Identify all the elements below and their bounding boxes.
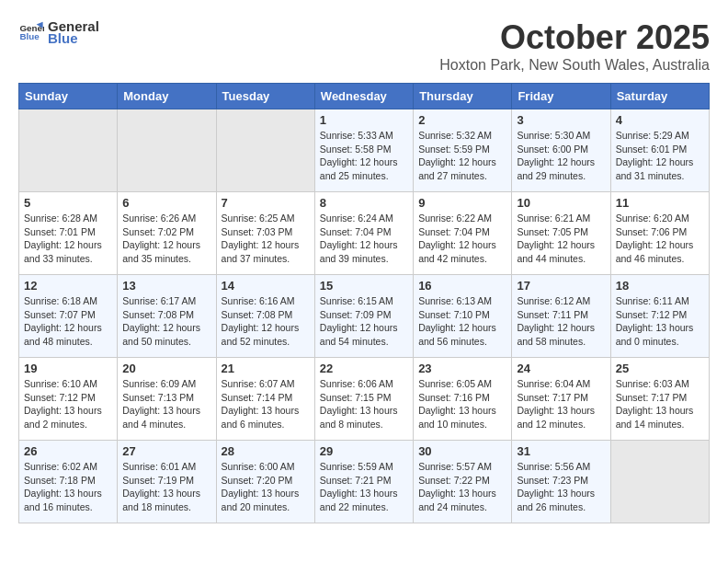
weekday-header-sunday: Sunday (19, 84, 118, 109)
day-number: 21 (222, 362, 310, 375)
day-info: Sunrise: 6:28 AM Sunset: 7:01 PM Dayligh… (24, 212, 112, 266)
weekday-header-monday: Monday (118, 84, 216, 109)
calendar-cell: 2Sunrise: 5:32 AM Sunset: 5:59 PM Daylig… (414, 109, 512, 192)
calendar-cell: 23Sunrise: 6:05 AM Sunset: 7:16 PM Dayli… (414, 358, 512, 441)
calendar-cell: 16Sunrise: 6:13 AM Sunset: 7:10 PM Dayli… (414, 275, 512, 358)
day-info: Sunrise: 6:05 AM Sunset: 7:16 PM Dayligh… (418, 377, 506, 431)
day-info: Sunrise: 6:18 AM Sunset: 7:07 PM Dayligh… (24, 294, 112, 349)
calendar-body: 1Sunrise: 5:33 AM Sunset: 5:58 PM Daylig… (19, 109, 710, 523)
day-number: 11 (616, 196, 704, 210)
day-number: 15 (320, 279, 408, 293)
svg-text:Blue: Blue (19, 31, 40, 41)
day-number: 5 (24, 196, 112, 210)
day-info: Sunrise: 6:12 AM Sunset: 7:11 PM Dayligh… (517, 294, 605, 349)
calendar-cell: 4Sunrise: 5:29 AM Sunset: 6:01 PM Daylig… (610, 109, 709, 192)
day-number: 18 (616, 279, 704, 293)
calendar-week-2: 5Sunrise: 6:28 AM Sunset: 7:01 PM Daylig… (19, 192, 710, 275)
day-info: Sunrise: 5:29 AM Sunset: 6:01 PM Dayligh… (616, 129, 704, 183)
day-info: Sunrise: 6:16 AM Sunset: 7:08 PM Dayligh… (222, 294, 310, 349)
day-number: 4 (616, 113, 704, 127)
weekday-header-friday: Friday (512, 84, 610, 109)
day-info: Sunrise: 6:25 AM Sunset: 7:03 PM Dayligh… (222, 212, 310, 266)
day-number: 16 (418, 279, 506, 293)
day-number: 3 (517, 113, 605, 127)
calendar-cell: 1Sunrise: 5:33 AM Sunset: 5:58 PM Daylig… (314, 109, 413, 192)
day-info: Sunrise: 6:04 AM Sunset: 7:17 PM Dayligh… (517, 377, 605, 431)
day-number: 26 (24, 444, 112, 458)
day-info: Sunrise: 6:03 AM Sunset: 7:17 PM Dayligh… (616, 377, 704, 431)
calendar-week-3: 12Sunrise: 6:18 AM Sunset: 7:07 PM Dayli… (19, 275, 710, 358)
day-number: 8 (320, 196, 408, 210)
day-number: 23 (418, 362, 506, 375)
calendar-cell: 28Sunrise: 6:00 AM Sunset: 7:20 PM Dayli… (216, 441, 314, 523)
day-number: 12 (24, 279, 112, 293)
day-info: Sunrise: 6:00 AM Sunset: 7:20 PM Dayligh… (222, 460, 310, 514)
calendar-cell: 7Sunrise: 6:25 AM Sunset: 7:03 PM Daylig… (216, 192, 314, 275)
day-info: Sunrise: 6:24 AM Sunset: 7:04 PM Dayligh… (320, 212, 408, 266)
weekday-header-thursday: Thursday (414, 84, 512, 109)
calendar-table: SundayMondayTuesdayWednesdayThursdayFrid… (18, 83, 710, 523)
day-info: Sunrise: 5:30 AM Sunset: 6:00 PM Dayligh… (517, 129, 605, 183)
calendar-cell: 25Sunrise: 6:03 AM Sunset: 7:17 PM Dayli… (610, 358, 709, 441)
day-number: 22 (320, 362, 408, 375)
day-number: 28 (222, 444, 310, 458)
calendar-cell: 8Sunrise: 6:24 AM Sunset: 7:04 PM Daylig… (314, 192, 413, 275)
day-info: Sunrise: 5:32 AM Sunset: 5:59 PM Dayligh… (418, 129, 506, 183)
weekday-header-wednesday: Wednesday (314, 84, 413, 109)
calendar-cell: 11Sunrise: 6:20 AM Sunset: 7:06 PM Dayli… (610, 192, 709, 275)
day-number: 1 (320, 113, 408, 127)
calendar-cell: 20Sunrise: 6:09 AM Sunset: 7:13 PM Dayli… (118, 358, 216, 441)
calendar-cell (19, 109, 118, 192)
day-number: 30 (418, 444, 506, 458)
day-info: Sunrise: 6:22 AM Sunset: 7:04 PM Dayligh… (418, 212, 506, 266)
calendar-cell: 6Sunrise: 6:26 AM Sunset: 7:02 PM Daylig… (118, 192, 216, 275)
day-number: 13 (122, 279, 210, 293)
day-number: 19 (24, 362, 112, 375)
calendar-cell: 18Sunrise: 6:11 AM Sunset: 7:12 PM Dayli… (610, 275, 709, 358)
day-info: Sunrise: 6:26 AM Sunset: 7:02 PM Dayligh… (122, 212, 210, 266)
day-info: Sunrise: 6:10 AM Sunset: 7:12 PM Dayligh… (24, 377, 112, 431)
month-title: October 2025 (439, 18, 710, 57)
day-number: 20 (122, 362, 210, 375)
day-number: 10 (517, 196, 605, 210)
calendar-cell (118, 109, 216, 192)
day-number: 7 (222, 196, 310, 210)
calendar-week-5: 26Sunrise: 6:02 AM Sunset: 7:18 PM Dayli… (19, 441, 710, 523)
day-info: Sunrise: 6:01 AM Sunset: 7:19 PM Dayligh… (122, 460, 210, 514)
calendar-cell: 3Sunrise: 5:30 AM Sunset: 6:00 PM Daylig… (512, 109, 610, 192)
calendar-cell: 5Sunrise: 6:28 AM Sunset: 7:01 PM Daylig… (19, 192, 118, 275)
weekday-header-row: SundayMondayTuesdayWednesdayThursdayFrid… (19, 84, 710, 109)
weekday-header-saturday: Saturday (610, 84, 709, 109)
calendar-cell: 14Sunrise: 6:16 AM Sunset: 7:08 PM Dayli… (216, 275, 314, 358)
calendar-cell: 12Sunrise: 6:18 AM Sunset: 7:07 PM Dayli… (19, 275, 118, 358)
day-number: 14 (222, 279, 310, 293)
day-info: Sunrise: 6:15 AM Sunset: 7:09 PM Dayligh… (320, 294, 408, 349)
calendar-cell: 9Sunrise: 6:22 AM Sunset: 7:04 PM Daylig… (414, 192, 512, 275)
calendar-week-4: 19Sunrise: 6:10 AM Sunset: 7:12 PM Dayli… (19, 358, 710, 441)
calendar-week-1: 1Sunrise: 5:33 AM Sunset: 5:58 PM Daylig… (19, 109, 710, 192)
calendar-cell: 30Sunrise: 5:57 AM Sunset: 7:22 PM Dayli… (414, 441, 512, 523)
day-info: Sunrise: 5:33 AM Sunset: 5:58 PM Dayligh… (320, 129, 408, 183)
day-number: 9 (418, 196, 506, 210)
calendar-cell (216, 109, 314, 192)
calendar-cell: 10Sunrise: 6:21 AM Sunset: 7:05 PM Dayli… (512, 192, 610, 275)
day-info: Sunrise: 6:20 AM Sunset: 7:06 PM Dayligh… (616, 212, 704, 266)
day-info: Sunrise: 5:59 AM Sunset: 7:21 PM Dayligh… (320, 460, 408, 514)
day-info: Sunrise: 5:56 AM Sunset: 7:23 PM Dayligh… (517, 460, 605, 514)
day-info: Sunrise: 5:57 AM Sunset: 7:22 PM Dayligh… (418, 460, 506, 514)
location-title: Hoxton Park, New South Wales, Australia (439, 57, 710, 74)
day-number: 6 (122, 196, 210, 210)
logo-icon: General Blue (18, 19, 44, 45)
day-number: 31 (517, 444, 605, 458)
calendar-cell: 24Sunrise: 6:04 AM Sunset: 7:17 PM Dayli… (512, 358, 610, 441)
calendar-cell: 26Sunrise: 6:02 AM Sunset: 7:18 PM Dayli… (19, 441, 118, 523)
day-info: Sunrise: 6:21 AM Sunset: 7:05 PM Dayligh… (517, 212, 605, 266)
day-number: 25 (616, 362, 704, 375)
calendar-cell: 27Sunrise: 6:01 AM Sunset: 7:19 PM Dayli… (118, 441, 216, 523)
day-number: 29 (320, 444, 408, 458)
calendar-cell: 19Sunrise: 6:10 AM Sunset: 7:12 PM Dayli… (19, 358, 118, 441)
day-info: Sunrise: 6:13 AM Sunset: 7:10 PM Dayligh… (418, 294, 506, 349)
day-info: Sunrise: 6:17 AM Sunset: 7:08 PM Dayligh… (122, 294, 210, 349)
calendar-cell: 22Sunrise: 6:06 AM Sunset: 7:15 PM Dayli… (314, 358, 413, 441)
day-info: Sunrise: 6:11 AM Sunset: 7:12 PM Dayligh… (616, 294, 704, 349)
